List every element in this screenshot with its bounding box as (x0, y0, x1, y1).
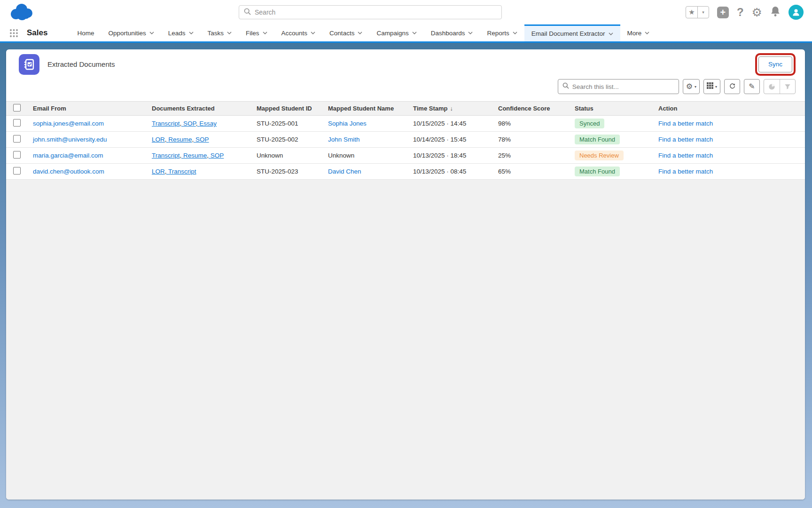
nav-tab-dashboards[interactable]: Dashboards (424, 24, 480, 41)
nav-tab-label: Reports (487, 30, 509, 37)
document-link[interactable]: LOR (152, 168, 168, 175)
column-header-label: Mapped Student Name (328, 105, 394, 112)
chevron-down-icon (311, 32, 315, 34)
global-search[interactable] (239, 5, 502, 19)
column-header-action[interactable]: Action (652, 105, 805, 112)
email-from-link[interactable]: john.smith@university.edu (33, 136, 107, 143)
mapped-student-name-link[interactable]: David Chen (328, 168, 361, 175)
filter-button[interactable] (780, 79, 795, 94)
notifications-bell-icon[interactable] (770, 6, 781, 19)
row-checkbox[interactable] (13, 151, 21, 159)
column-header-label: Email From (33, 105, 66, 112)
nav-tab-opportunities[interactable]: Opportunities (101, 24, 161, 41)
chevron-down-icon (645, 32, 649, 34)
favorites-button-group[interactable]: ★ ▾ (686, 6, 709, 18)
nav-tab-contacts[interactable]: Contacts (322, 24, 369, 41)
chart-filter-button-group (764, 79, 796, 94)
gear-icon: ⚙ (686, 83, 693, 90)
mapped-student-name-link[interactable]: John Smith (328, 136, 360, 143)
status-badge: Match Found (575, 167, 620, 176)
column-header-confidence-score[interactable]: Confidence Score (492, 105, 569, 112)
document-link[interactable]: Resume (168, 136, 195, 143)
list-settings-button[interactable]: ⚙ ▾ (683, 79, 700, 94)
nav-tab-label: Dashboards (431, 30, 465, 37)
email-from-link[interactable]: maria.garcia@email.com (33, 152, 103, 159)
inline-edit-button[interactable]: ✎ (744, 79, 760, 94)
nav-tab-email-document-extractor[interactable]: Email Document Extractor (524, 24, 620, 41)
document-link[interactable]: SOP (195, 136, 209, 143)
row-checkbox[interactable] (13, 167, 21, 175)
email-from-link[interactable]: sophia.jones@email.com (33, 120, 104, 127)
nav-tab-label: More (627, 30, 642, 37)
column-header-email-from[interactable]: Email From (27, 105, 146, 112)
row-checkbox[interactable] (13, 135, 21, 143)
document-link[interactable]: LOR (152, 136, 168, 143)
column-header-mapped-student-name[interactable]: Mapped Student Name (322, 105, 407, 112)
confidence-score: 25% (492, 152, 569, 159)
chevron-down-icon (513, 32, 517, 34)
nav-tab-files[interactable]: Files (239, 24, 274, 41)
nav-tab-accounts[interactable]: Accounts (274, 24, 323, 41)
find-better-match-link[interactable]: Find a better match (658, 152, 713, 159)
extracted-documents-card: Extracted Documents Sync ⚙ ▾ (6, 49, 805, 500)
favorites-dropdown-icon[interactable]: ▾ (697, 7, 709, 18)
page-background: Extracted Documents Sync ⚙ ▾ (0, 41, 812, 508)
nav-tab-reports[interactable]: Reports (480, 24, 524, 41)
row-checkbox[interactable] (13, 119, 21, 127)
document-link[interactable]: Transcript (152, 120, 183, 127)
nav-tab-home[interactable]: Home (70, 24, 101, 41)
display-as-button[interactable]: ▾ (703, 79, 720, 94)
sync-button[interactable]: Sync (758, 56, 792, 72)
table-row: david.chen@outlook.com LORTranscript STU… (6, 164, 805, 180)
nav-tab-label: Home (77, 30, 94, 37)
pencil-icon: ✎ (749, 83, 755, 90)
email-from-link[interactable]: david.chen@outlook.com (33, 168, 104, 175)
nav-tab-campaigns[interactable]: Campaigns (369, 24, 423, 41)
user-avatar[interactable] (789, 5, 804, 20)
refresh-button[interactable] (724, 79, 740, 94)
nav-tab-more[interactable]: More (620, 24, 657, 41)
select-all-checkbox[interactable] (13, 104, 21, 111)
global-search-input[interactable] (255, 8, 501, 16)
column-header-time-stamp[interactable]: Time Stamp↓ (407, 105, 492, 112)
global-actions-icon[interactable]: + (717, 7, 729, 18)
nav-tab-label: Tasks (208, 30, 224, 37)
column-header-label: Action (658, 105, 677, 112)
chevron-down-icon (468, 32, 473, 34)
document-link[interactable]: Essay (199, 120, 217, 127)
list-search[interactable] (558, 79, 679, 94)
nav-tab-leads[interactable]: Leads (161, 24, 201, 41)
document-link[interactable]: Transcript (152, 152, 183, 159)
find-better-match-link[interactable]: Find a better match (658, 120, 713, 127)
document-link[interactable]: Resume (183, 152, 211, 159)
mapped-student-name-link[interactable]: Sophia Jones (328, 120, 367, 127)
nav-tab-label: Files (246, 30, 259, 37)
find-better-match-link[interactable]: Find a better match (658, 168, 713, 175)
app-name[interactable]: Sales (27, 24, 47, 41)
mapped-student-id: STU-2025-001 (250, 120, 322, 127)
column-header-mapped-student-id[interactable]: Mapped Student ID (250, 105, 322, 112)
find-better-match-link[interactable]: Find a better match (658, 136, 713, 143)
charts-button[interactable] (764, 79, 780, 94)
list-search-input[interactable] (572, 83, 679, 90)
confidence-score: 98% (492, 120, 569, 127)
help-icon[interactable]: ? (737, 6, 744, 19)
chevron-down-icon (412, 32, 417, 34)
document-link[interactable]: SOP (211, 152, 224, 159)
nav-tab-tasks[interactable]: Tasks (201, 24, 239, 41)
refresh-icon (729, 82, 736, 91)
favorite-star-icon[interactable]: ★ (686, 7, 697, 18)
document-link[interactable]: SOP (183, 120, 199, 127)
mapped-student-id: STU-2025-023 (250, 168, 322, 175)
time-stamp: 10/14/2025 · 15:45 (407, 136, 492, 143)
mapped-student-name: Unknown (322, 152, 407, 159)
time-stamp: 10/13/2025 · 18:45 (407, 152, 492, 159)
list-view-header: Extracted Documents Sync (6, 49, 805, 79)
column-header-label: Confidence Score (498, 105, 550, 112)
column-header-status[interactable]: Status (569, 105, 652, 112)
column-header-documents-extracted[interactable]: Documents Extracted (146, 105, 250, 112)
pie-chart-icon (768, 83, 775, 90)
setup-gear-icon[interactable]: ⚙ (752, 7, 762, 18)
app-launcher-icon[interactable] (9, 24, 18, 41)
document-link[interactable]: Transcript (168, 168, 196, 175)
